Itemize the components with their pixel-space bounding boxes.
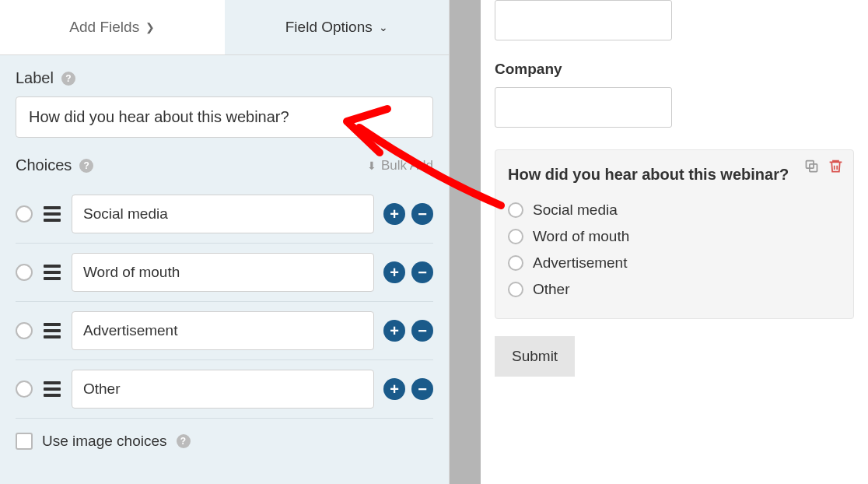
preview-company-input[interactable] <box>495 87 672 128</box>
help-icon[interactable]: ? <box>61 72 75 86</box>
radio-icon <box>508 229 523 244</box>
image-choices-row: Use image choices ? <box>16 433 433 450</box>
choice-input[interactable] <box>72 253 374 292</box>
chevron-down-icon: ⌄ <box>379 21 388 33</box>
choices-section-head: Choices ? ⬇ Bulk Add <box>16 156 433 174</box>
add-choice-button[interactable]: + <box>383 378 405 400</box>
drag-handle-icon[interactable] <box>42 380 62 398</box>
preview-submit-button[interactable]: Submit <box>495 336 575 377</box>
download-icon: ⬇ <box>367 160 376 172</box>
choices-heading: Choices <box>16 156 72 174</box>
remove-choice-button[interactable]: − <box>411 203 433 225</box>
label-section-head: Label ? <box>16 69 433 87</box>
image-choices-checkbox[interactable] <box>16 433 33 450</box>
remove-choice-button[interactable]: − <box>411 378 433 400</box>
help-icon[interactable]: ? <box>177 434 191 448</box>
image-choices-label: Use image choices <box>42 433 167 450</box>
preview-company-label: Company <box>495 61 854 78</box>
preview-option-label: Word of mouth <box>533 228 629 245</box>
bulk-add-label: Bulk Add <box>381 158 433 174</box>
choice-input[interactable] <box>72 311 374 350</box>
chevron-right-icon: ❯ <box>145 21 155 33</box>
preview-selected-field[interactable]: How did you hear about this webinar? Soc… <box>495 149 854 319</box>
choice-row: + − <box>16 360 433 419</box>
field-actions <box>803 158 844 177</box>
label-input[interactable] <box>16 96 433 138</box>
help-icon[interactable]: ? <box>79 159 93 173</box>
preview-radio-option[interactable]: Word of mouth <box>508 223 841 250</box>
drag-handle-icon[interactable] <box>42 263 62 282</box>
preview-radio-option[interactable]: Advertisement <box>508 250 841 276</box>
choice-input[interactable] <box>72 195 374 233</box>
drag-handle-icon[interactable] <box>42 321 62 340</box>
trash-icon[interactable] <box>828 158 844 177</box>
add-choice-button[interactable]: + <box>383 261 405 283</box>
bulk-add-button[interactable]: ⬇ Bulk Add <box>367 158 433 174</box>
preview-radio-option[interactable]: Social media <box>508 197 841 223</box>
settings-panel: Add Fields ❯ Field Options ⌄ Label ? Cho… <box>0 0 450 484</box>
tab-add-fields-label: Add Fields <box>69 19 139 36</box>
radio-icon <box>508 282 523 297</box>
add-choice-button[interactable]: + <box>383 320 405 342</box>
preview-question: How did you hear about this webinar? <box>508 164 841 184</box>
radio-default-toggle[interactable] <box>16 322 33 339</box>
tabs-bar: Add Fields ❯ Field Options ⌄ <box>0 0 449 55</box>
add-choice-button[interactable]: + <box>383 203 405 225</box>
preview-option-label: Social media <box>533 202 618 219</box>
radio-icon <box>508 255 523 271</box>
duplicate-icon[interactable] <box>803 158 820 177</box>
tab-field-options-label: Field Options <box>285 19 373 36</box>
tab-field-options[interactable]: Field Options ⌄ <box>225 0 450 54</box>
choice-row: + − <box>16 244 433 302</box>
label-heading: Label <box>16 69 54 87</box>
remove-choice-button[interactable]: − <box>411 320 433 342</box>
radio-icon <box>508 202 523 218</box>
preview-option-label: Advertisement <box>533 254 627 272</box>
preview-option-label: Other <box>533 281 570 298</box>
preview-radio-option[interactable]: Other <box>508 276 841 303</box>
drag-handle-icon[interactable] <box>42 205 62 223</box>
form-preview: Company How did you hear about this webi… <box>481 0 868 484</box>
choice-input[interactable] <box>72 370 374 409</box>
radio-default-toggle[interactable] <box>16 205 33 223</box>
radio-default-toggle[interactable] <box>16 264 33 281</box>
choice-row: + − <box>16 302 433 360</box>
choice-row: + − <box>16 185 433 244</box>
panel-divider <box>450 0 481 484</box>
remove-choice-button[interactable]: − <box>411 261 433 283</box>
radio-default-toggle[interactable] <box>16 381 33 398</box>
preview-prev-field-input[interactable] <box>495 0 672 40</box>
tab-add-fields[interactable]: Add Fields ❯ <box>0 0 225 54</box>
field-options-panel: Label ? Choices ? ⬇ Bulk Add + <box>0 55 449 484</box>
